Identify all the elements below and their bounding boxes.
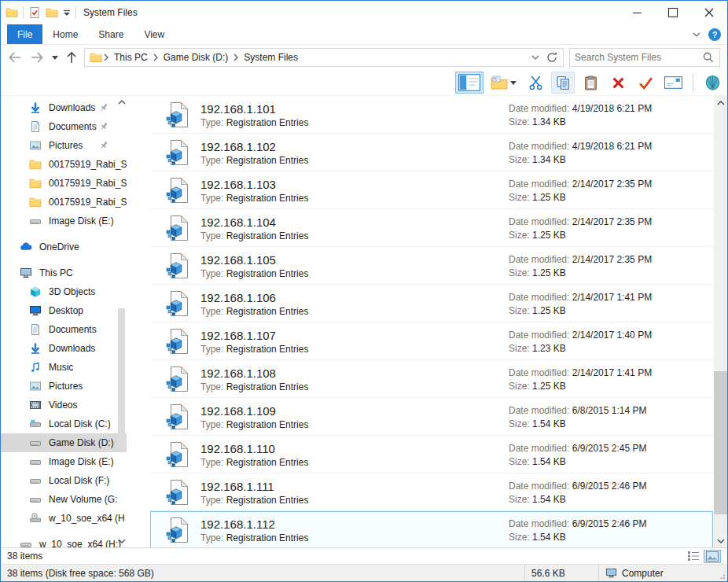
registry-file-icon <box>164 177 190 204</box>
search-input[interactable] <box>570 52 702 63</box>
sidebar-scrollbar[interactable] <box>117 96 126 547</box>
file-row-192-168-1-101[interactable]: 192.168.1.101 Type: Registration Entries… <box>150 96 713 134</box>
dropdown-caret-icon[interactable] <box>510 81 517 85</box>
new-folder-button[interactable] <box>487 72 520 94</box>
sidebar-item-music[interactable]: Music <box>1 358 127 377</box>
sidebar-item-videos[interactable]: Videos <box>1 396 127 414</box>
sidebar-item-w-10-soe-x64-h[interactable]: w_10_soe_x64 (H <box>1 509 127 528</box>
file-size: 1.54 KB <box>532 532 566 543</box>
date-label: Date modified: <box>509 292 569 303</box>
thumbnails-view-button[interactable] <box>704 550 721 563</box>
sidebar-item-00175919-rabi-s[interactable]: 00175919_Rabi_S <box>1 193 127 212</box>
sidebar-item-pictures[interactable]: Pictures <box>1 136 127 155</box>
sidebar-item-local-disk-c[interactable]: Local Disk (C:) <box>1 414 127 433</box>
breadcrumb-system-files[interactable]: System Files <box>240 52 302 63</box>
file-row-192-168-1-106[interactable]: 192.168.1.106 Type: Registration Entries… <box>150 285 713 322</box>
cut-button[interactable] <box>524 72 547 94</box>
copy-button[interactable] <box>551 72 575 94</box>
file-row-192-168-1-107[interactable]: 192.168.1.107 Type: Registration Entries… <box>150 322 713 360</box>
sidebar-item-3d-objects[interactable]: 3D Objects <box>1 282 127 301</box>
back-icon[interactable] <box>8 52 22 63</box>
file-row-192-168-1-103[interactable]: 192.168.1.103 Type: Registration Entries… <box>150 171 713 209</box>
file-list: 192.168.1.101 Type: Registration Entries… <box>127 96 727 547</box>
sidebar-item-desktop[interactable]: Desktop <box>1 301 127 320</box>
content-scrollbar[interactable] <box>714 96 727 547</box>
file-type: Registration Entries <box>226 268 309 279</box>
sidebar-item-documents[interactable]: Documents <box>1 117 127 136</box>
search-icon[interactable] <box>702 51 715 64</box>
tab-file[interactable]: File <box>7 24 42 44</box>
file-row-192-168-1-102[interactable]: 192.168.1.102 Type: Registration Entries… <box>150 134 713 171</box>
recent-locations-caret-icon[interactable] <box>52 56 58 60</box>
maximize-button[interactable] <box>655 1 691 24</box>
file-row-192-168-1-109[interactable]: 192.168.1.109 Type: Registration Entries… <box>150 398 713 436</box>
sidebar-item-onedrive[interactable]: OneDrive <box>1 238 127 256</box>
close-icon <box>704 8 714 17</box>
sidebar-item-00175919-rabi-s[interactable]: 00175919_Rabi_S <box>1 155 127 174</box>
title-bar[interactable]: System Files <box>1 1 727 24</box>
sidebar-item-image-disk-e[interactable]: Image Disk (E:) <box>1 212 127 230</box>
tab-share[interactable]: Share <box>88 24 134 44</box>
scroll-down-arrow-icon[interactable] <box>714 534 727 547</box>
new-folder-icon[interactable] <box>46 6 58 19</box>
file-row-192-168-1-104[interactable]: 192.168.1.104 Type: Registration Entries… <box>150 209 713 247</box>
content-scrollbar-thumb[interactable] <box>714 371 727 514</box>
email-button[interactable] <box>661 72 686 94</box>
sidebar-item-w-10-soe-x64-h[interactable]: w_10_soe_x64 (H:) <box>1 535 127 547</box>
file-row-192-168-1-111[interactable]: 192.168.1.111 Type: Registration Entries… <box>150 473 713 511</box>
resize-grip[interactable] <box>718 565 727 581</box>
navigation-pane-button[interactable] <box>455 72 483 94</box>
size-label: Size: <box>509 116 530 127</box>
file-row-192-168-1-108[interactable]: 192.168.1.108 Type: Registration Entries… <box>150 360 713 398</box>
size-label: Size: <box>509 230 530 241</box>
sidebar-item-image-disk-e[interactable]: Image Disk (E:) <box>1 452 127 471</box>
sidebar-scrollbar-thumb[interactable] <box>118 308 125 450</box>
check-button[interactable] <box>634 72 657 94</box>
file-row-192-168-1-112[interactable]: 192.168.1.112 Type: Registration Entries… <box>150 511 713 547</box>
folder-icon <box>29 196 42 208</box>
tab-home[interactable]: Home <box>42 24 88 44</box>
customize-qat-caret-icon[interactable] <box>63 9 71 17</box>
tab-view[interactable]: View <box>134 24 175 44</box>
sidebar-item-00175919-rabi-s[interactable]: 00175919_Rabi_S <box>1 174 127 193</box>
sidebar-item-new-volume-g[interactable]: New Volume (G: <box>1 490 127 509</box>
paste-button[interactable] <box>579 72 602 94</box>
file-name: 192.168.1.110 <box>200 441 308 456</box>
sidebar-item-this-pc[interactable]: This PC <box>1 263 127 282</box>
file-size: 1.54 KB <box>532 494 566 505</box>
details-view-button[interactable] <box>685 550 702 563</box>
properties-check-icon[interactable] <box>28 6 41 19</box>
sidebar-item-downloads[interactable]: Downloads <box>1 98 127 117</box>
expand-ribbon-chevron-icon[interactable] <box>693 32 700 37</box>
address-breadcrumb-bar[interactable]: This PCGame Disk (D:)System Files <box>84 48 564 67</box>
scroll-up-arrow-icon[interactable] <box>117 98 126 107</box>
scroll-up-arrow-icon[interactable] <box>714 96 727 109</box>
sidebar-item-documents[interactable]: Documents <box>1 320 127 339</box>
location-folder-icon <box>90 51 102 64</box>
sidebar-item-game-disk-d[interactable]: Game Disk (D:) <box>1 433 127 452</box>
thumbnails-view-icon <box>706 551 719 562</box>
address-bar-row: This PCGame Disk (D:)System Files <box>1 45 727 70</box>
forward-icon[interactable] <box>30 52 44 63</box>
delete-button[interactable] <box>606 72 630 94</box>
file-row-192-168-1-105[interactable]: 192.168.1.105 Type: Registration Entries… <box>150 247 713 285</box>
classic-shell-button[interactable] <box>700 72 724 94</box>
type-label: Type: <box>200 268 223 279</box>
folder-icon <box>29 158 42 171</box>
grip-icon <box>718 572 726 580</box>
sidebar-item-pictures[interactable]: Pictures <box>1 377 127 396</box>
minimize-button[interactable] <box>619 1 655 24</box>
sidebar-item-downloads[interactable]: Downloads <box>1 339 127 358</box>
breadcrumb-game-disk-d[interactable]: Game Disk (D:) <box>160 52 233 63</box>
close-button[interactable] <box>691 1 727 24</box>
up-icon[interactable] <box>66 51 77 64</box>
file-type: Registration Entries <box>226 306 309 317</box>
sidebar-item-local-disk-f[interactable]: Local Disk (F:) <box>1 471 127 490</box>
file-row-192-168-1-110[interactable]: 192.168.1.110 Type: Registration Entries… <box>150 436 713 473</box>
help-button[interactable]: ? <box>708 28 721 41</box>
breadcrumb-this-pc[interactable]: This PC <box>110 52 152 63</box>
scroll-down-arrow-icon[interactable] <box>117 536 126 546</box>
address-dropdown-chevron-icon[interactable] <box>531 55 539 60</box>
registry-file-icon <box>164 479 190 506</box>
refresh-icon[interactable] <box>546 51 558 64</box>
